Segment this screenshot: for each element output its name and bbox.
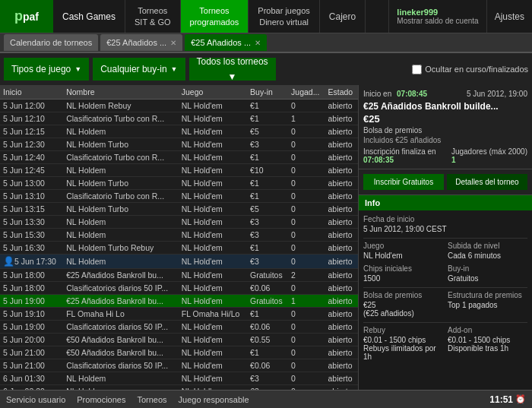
tab-close-icon[interactable]: ✕ (170, 39, 176, 47)
prize-value: €25 (363, 301, 443, 309)
nav-cajero[interactable]: Cajero (320, 0, 366, 33)
table-row[interactable]: 5 Jun 18:00 €25 Añadidos Bankroll bu... … (0, 269, 358, 282)
nav-cash-games[interactable]: Cash Games (53, 0, 125, 33)
level-value: Cada 6 minutos (448, 251, 527, 260)
cell-buyin: €3 (247, 372, 288, 385)
cell-nombre: NL Holdem Turbo (63, 177, 179, 190)
cell-inicio: 👤5 Jun 17:30 (0, 255, 63, 269)
tab-close-icon-2[interactable]: ✕ (255, 39, 261, 47)
col-juego[interactable]: Juego (179, 85, 247, 100)
col-jugadores[interactable]: Jugad... (288, 85, 325, 100)
cell-buyin: €1 (247, 100, 288, 112)
ajustes-button[interactable]: Ajustes (486, 0, 532, 33)
cell-inicio: 5 Jun 12:40 (0, 151, 63, 164)
status-promociones[interactable]: Promociones (77, 395, 125, 404)
cell-nombre: €25 Añadidos Bankroll bu... (63, 269, 179, 282)
cell-inicio: 5 Jun 19:00 (0, 321, 63, 334)
status-torneos[interactable]: Torneos (137, 395, 166, 404)
col-buyin[interactable]: Buy-in (247, 85, 288, 100)
table-row[interactable]: 5 Jun 18:00 Clasificatorios diarios 50 I… (0, 282, 358, 295)
inscribir-button[interactable]: Inscribir Gratuitos (363, 174, 444, 190)
table-row[interactable]: 6 Jun 01:30 NL Holdem NL Hold'em €3 0 ab… (0, 372, 358, 385)
tourney-prize-included: Incluidos €25 añadidos (363, 136, 527, 144)
table-row[interactable]: 5 Jun 13:15 NL Holdem Turbo NL Hold'em €… (0, 203, 358, 216)
tourney-buyin: €25 (363, 113, 527, 125)
cell-estado: abierto (325, 269, 358, 282)
table-row[interactable]: 5 Jun 19:10 FL Omaha Hi Lo FL Omaha Hi/L… (0, 308, 358, 321)
cell-juego: NL Hold'em (179, 269, 247, 282)
cell-jugadores: 0 (288, 216, 325, 229)
table-row[interactable]: 5 Jun 13:00 NL Holdem Turbo NL Hold'em €… (0, 177, 358, 190)
cell-jugadores: 0 (288, 255, 325, 269)
table-row[interactable]: 5 Jun 13:30 NL Holdem NL Hold'em €3 0 ab… (0, 216, 358, 229)
rebuy-value: €0.01 - 1500 chips (363, 336, 443, 344)
table-row[interactable]: 5 Jun 16:30 NL Holdem Turbo Rebuy NL Hol… (0, 242, 358, 255)
buyin-dropdown[interactable]: Cualquier buy-in ▼ (93, 58, 185, 81)
table-row[interactable]: 5 Jun 12:10 Clasificatorio Turbo con R..… (0, 112, 358, 125)
start-date-label: Fecha de inicio (363, 215, 527, 223)
table-row[interactable]: 5 Jun 19:00 Clasificatorios diarios 50 I… (0, 321, 358, 334)
buyin-value: Gratuitos (448, 274, 527, 283)
status-juego[interactable]: Juego responsable (179, 395, 249, 404)
table-row[interactable]: 5 Jun 12:30 NL Holdem Turbo NL Hold'em €… (0, 138, 358, 151)
cell-jugadores: 2 (288, 269, 325, 282)
col-inicio[interactable]: Inicio (0, 85, 63, 100)
addon-extra: Disponible tras 1h (448, 344, 527, 353)
cell-juego: NL Hold'em (179, 372, 247, 385)
cell-buyin: €1 (247, 242, 288, 255)
info-panel: Info Fecha de inicio 5 Jun 2012, 19:00 C… (359, 195, 532, 390)
table-row[interactable]: 👤5 Jun 17:30 NL Holdem NL Hold'em €3 0 a… (0, 255, 358, 269)
cell-inicio: 6 Jun 01:30 (0, 372, 63, 385)
cell-nombre: NL Holdem (63, 164, 179, 177)
addon-value: €0.01 - 1500 chips (448, 336, 527, 344)
table-row[interactable]: 6 Jun 03:30 NL Holdem NL Hold'em €3 0 ab… (0, 385, 358, 391)
table-row[interactable]: 5 Jun 12:45 NL Holdem NL Hold'em €10 0 a… (0, 164, 358, 177)
table-row[interactable]: 5 Jun 12:40 Clasificatorio Turbo con R..… (0, 151, 358, 164)
cell-juego: NL Hold'em (179, 321, 247, 334)
hide-finished-checkbox[interactable] (412, 65, 422, 74)
detalles-button[interactable]: Detalles del torneo (447, 174, 527, 190)
rebuy-label: Rebuy (363, 326, 443, 334)
nav-torneos-prog[interactable]: Torneosprogramados (181, 0, 249, 33)
cell-nombre: NL Holdem Turbo (63, 203, 179, 216)
cell-estado: abierto (325, 151, 358, 164)
cell-jugadores: 0 (288, 359, 325, 372)
col-nombre[interactable]: Nombre (63, 85, 179, 100)
cell-nombre: FL Omaha Hi Lo (63, 308, 179, 321)
structure-value: Top 1 pagados (448, 301, 527, 309)
game-type-dropdown[interactable]: Tipos de juego ▼ (4, 58, 89, 81)
nav-probar[interactable]: Probar juegosDinero virtual (249, 0, 320, 33)
cell-estado: abierto (325, 255, 358, 269)
table-row[interactable]: 5 Jun 13:10 Clasificatorio Turbo con R..… (0, 190, 358, 203)
cell-jugadores: 0 (288, 164, 325, 177)
cell-juego: NL Hold'em (179, 295, 247, 308)
cell-estado: abierto (325, 346, 358, 359)
tournament-detail-panel: Inicio en 07:08:45 5 Jun 2012, 19:00 €25… (359, 85, 532, 390)
cell-buyin: €3 (247, 385, 288, 391)
tab-e25-2[interactable]: €25 Añadidos ... ✕ (185, 34, 267, 51)
cell-juego: NL Hold'em (179, 229, 247, 242)
table-row[interactable]: 5 Jun 21:00 €50 Añadidos Bankroll bu... … (0, 346, 358, 359)
table-row[interactable]: 5 Jun 21:00 Clasificatorios diarios 50 I… (0, 359, 358, 372)
cell-juego: NL Hold'em (179, 190, 247, 203)
cell-estado: abierto (325, 112, 358, 125)
info-tab-header[interactable]: Info (359, 195, 532, 210)
cell-inicio: 5 Jun 13:00 (0, 177, 63, 190)
cell-juego: NL Hold'em (179, 177, 247, 190)
cell-buyin: €1 (247, 308, 288, 321)
status-servicio[interactable]: Servicio usuario (6, 395, 65, 404)
logo: p paf (0, 0, 53, 33)
table-row[interactable]: 5 Jun 19:00 €25 Añadidos Bankroll bu... … (0, 295, 358, 308)
table-row[interactable]: 5 Jun 12:00 NL Holdem Rebuy NL Hold'em €… (0, 100, 358, 112)
game-label: Juego (363, 242, 443, 250)
tab-e25-1[interactable]: €25 Añadidos ... ✕ (100, 34, 182, 51)
table-row[interactable]: 5 Jun 20:00 €50 Añadidos Bankroll bu... … (0, 334, 358, 346)
status-bar: Servicio usuario Promociones Torneos Jue… (0, 390, 532, 408)
col-estado[interactable]: Estado (325, 85, 358, 100)
table-row[interactable]: 5 Jun 15:30 NL Holdem NL Hold'em €3 0 ab… (0, 229, 358, 242)
all-tournaments-dropdown[interactable]: Todos los torneos ▼ (189, 58, 276, 81)
table-row[interactable]: 5 Jun 12:15 NL Holdem NL Hold'em €5 0 ab… (0, 125, 358, 138)
tab-calendario[interactable]: Calendario de torneos (4, 34, 98, 51)
nav-sit-go[interactable]: TorneosSIT & GO (125, 0, 180, 33)
cell-buyin: €10 (247, 164, 288, 177)
